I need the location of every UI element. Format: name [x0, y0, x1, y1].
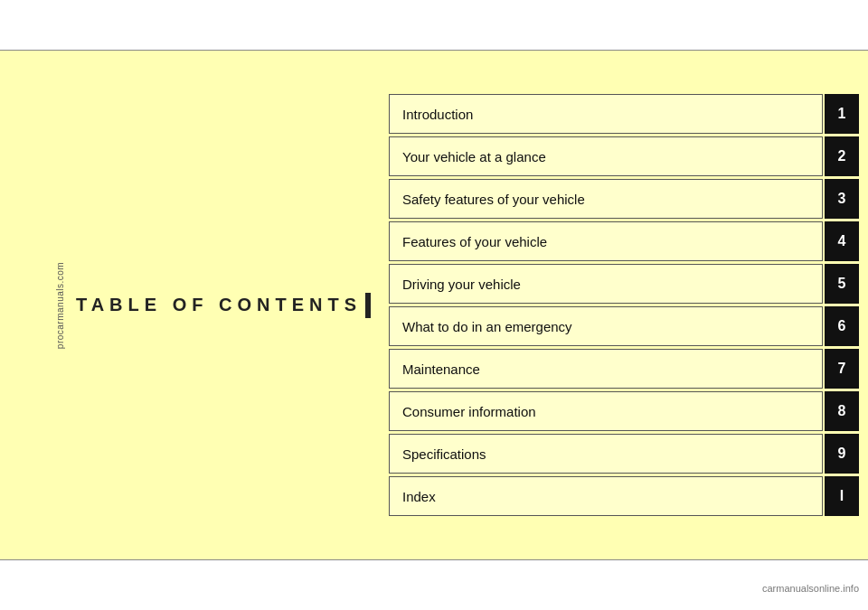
toc-item-label: Safety features of your vehicle [389, 179, 823, 219]
table-row[interactable]: Specifications9 [389, 434, 859, 474]
toc-item-label: Features of your vehicle [389, 221, 823, 261]
toc-item-label: Index [389, 476, 823, 516]
toc-item-number: 2 [825, 136, 859, 176]
table-row[interactable]: Consumer information8 [389, 391, 859, 431]
toc-item-label: Maintenance [389, 349, 823, 389]
table-row[interactable]: Your vehicle at a glance2 [389, 136, 859, 176]
table-row[interactable]: Driving your vehicle5 [389, 264, 859, 304]
table-row[interactable]: Maintenance7 [389, 349, 859, 389]
toc-item-label: What to do in an emergency [389, 306, 823, 346]
toc-item-number: 6 [825, 306, 859, 346]
toc-list: Introduction1Your vehicle at a glance2Sa… [389, 51, 868, 559]
table-row[interactable]: IndexI [389, 476, 859, 516]
bottom-watermark: carmanualsonline.info [762, 583, 859, 594]
toc-item-number: 8 [825, 391, 859, 431]
toc-item-number: 9 [825, 434, 859, 474]
bottom-border [0, 559, 868, 560]
table-row[interactable]: Safety features of your vehicle3 [389, 179, 859, 219]
toc-item-number: 4 [825, 221, 859, 261]
toc-item-number: I [825, 476, 859, 516]
toc-item-number: 7 [825, 349, 859, 389]
toc-item-label: Driving your vehicle [389, 264, 823, 304]
table-row[interactable]: What to do in an emergency6 [389, 306, 859, 346]
title-block: TABLE OF CONTENTS [76, 293, 371, 318]
toc-item-label: Specifications [389, 434, 823, 474]
toc-item-number: 1 [825, 94, 859, 134]
table-row[interactable]: Introduction1 [389, 94, 859, 134]
page-title: TABLE OF CONTENTS [76, 295, 362, 315]
title-bar-decoration [365, 293, 371, 318]
toc-item-label: Consumer information [389, 391, 823, 431]
main-content: procarmanuals.com TABLE OF CONTENTS Intr… [0, 51, 868, 559]
toc-item-number: 5 [825, 264, 859, 304]
table-row[interactable]: Features of your vehicle4 [389, 221, 859, 261]
toc-item-label: Introduction [389, 94, 823, 134]
toc-item-number: 3 [825, 179, 859, 219]
left-panel: procarmanuals.com TABLE OF CONTENTS [0, 51, 389, 559]
toc-item-label: Your vehicle at a glance [389, 136, 823, 176]
side-watermark: procarmanuals.com [55, 261, 65, 348]
